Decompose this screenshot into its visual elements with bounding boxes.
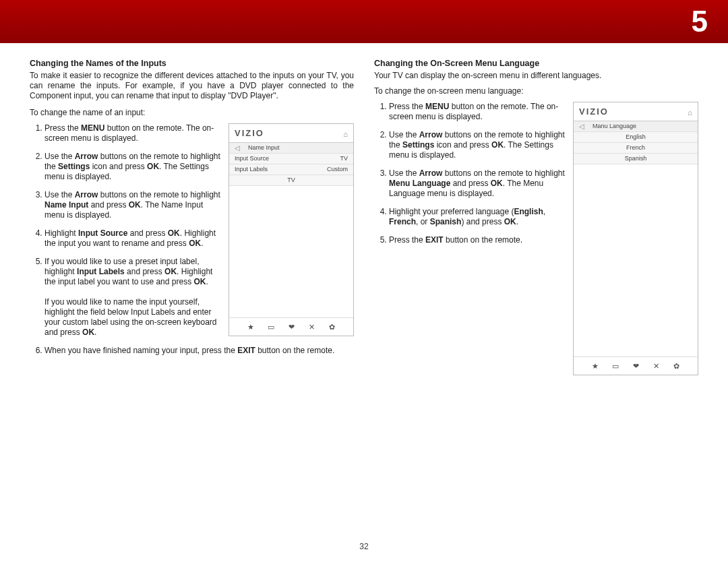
- gear-icon: ✿: [326, 322, 337, 332]
- close-icon: ✕: [650, 361, 661, 371]
- home-icon: ⌂: [688, 108, 692, 117]
- star-icon: ★: [245, 322, 256, 332]
- left-intro: To make it easier to recognize the diffe…: [30, 71, 354, 101]
- panel-title-row: ◁ Name Input: [229, 143, 353, 154]
- panel-row-custom-value: TV: [229, 175, 353, 186]
- back-icon: ◁: [235, 144, 240, 152]
- left-column: Changing the Names of the Inputs To make…: [30, 58, 354, 535]
- left-lead: To change the name of an input:: [30, 108, 354, 118]
- left-step-3: Use the Arrow buttons on the remote to h…: [44, 190, 220, 220]
- panel-row-input-source: Input Source TV: [229, 154, 353, 164]
- panel-footer-icons: ★ ▭ ❤ ✕ ✿: [229, 317, 353, 336]
- right-steps: Press the MENU button on the remote. The…: [374, 102, 565, 245]
- left-steps-continued: When you have finished naming your input…: [30, 346, 354, 364]
- close-icon: ✕: [306, 322, 317, 332]
- panel-option-spanish: Spanish: [574, 154, 698, 164]
- vizio-logo: VIZIO: [579, 106, 609, 118]
- left-text-col: Press the MENU button on the remote. The…: [30, 123, 220, 346]
- left-step-4: Highlight Input Source and press OK. Hig…: [44, 228, 220, 249]
- panel-title-row: ◁ Manu Language: [574, 121, 698, 132]
- cc-icon: ▭: [610, 361, 621, 371]
- left-body-row: Press the MENU button on the remote. The…: [30, 123, 354, 346]
- panel-menu: ◁ Manu Language English French Spanish: [574, 121, 698, 164]
- name-input-panel: VIZIO ⌂ ◁ Name Input Input Source TV Inp…: [229, 123, 354, 336]
- panel-row-input-labels: Input Labels Custom: [229, 164, 353, 175]
- gear-icon: ✿: [671, 361, 681, 371]
- left-step-2: Use the Arrow buttons on the remote to h…: [44, 152, 220, 182]
- panel-option-french: French: [574, 143, 698, 154]
- chapter-number: 5: [692, 2, 708, 40]
- left-step-5: If you would like to use a preset input …: [44, 257, 220, 338]
- vizio-logo: VIZIO: [235, 128, 264, 139]
- right-step-4: Highlight your preferred language (Engli…: [389, 207, 565, 227]
- panel-footer-icons: ★ ▭ ❤ ✕ ✿: [574, 356, 698, 375]
- left-step-1: Press the MENU button on the remote. The…: [44, 123, 220, 144]
- menu-language-panel: VIZIO ⌂ ◁ Manu Language English French S…: [573, 102, 698, 375]
- right-intro: Your TV can display the on-screen menu i…: [374, 71, 698, 81]
- right-column: Changing the On-Screen Menu Language You…: [374, 58, 698, 535]
- right-step-2: Use the Arrow buttons on the remote to h…: [389, 130, 565, 160]
- panel-fill: [229, 186, 353, 317]
- home-icon: ⌂: [343, 129, 348, 139]
- right-body-row: Press the MENU button on the remote. The…: [374, 102, 698, 375]
- content-columns: Changing the Names of the Inputs To make…: [30, 58, 698, 535]
- left-step-6: When you have finished naming your input…: [44, 346, 354, 356]
- chapter-banner: 5: [0, 0, 728, 43]
- panel-fill: [574, 164, 698, 356]
- right-heading: Changing the On-Screen Menu Language: [374, 58, 698, 69]
- page-number: 32: [0, 542, 728, 553]
- right-step-5: Press the EXIT button on the remote.: [389, 235, 565, 245]
- panel-menu: ◁ Name Input Input Source TV Input Label…: [229, 142, 353, 186]
- right-lead: To change the on-screen menu language:: [374, 86, 698, 96]
- cc-icon: ▭: [266, 322, 276, 332]
- panel-header: VIZIO ⌂: [574, 102, 698, 121]
- right-step-3: Use the Arrow buttons on the remote to h…: [389, 168, 565, 199]
- v-icon: ❤: [630, 361, 641, 371]
- left-steps: Press the MENU button on the remote. The…: [30, 123, 220, 338]
- back-icon: ◁: [579, 122, 584, 131]
- star-icon: ★: [590, 361, 601, 371]
- v-icon: ❤: [286, 322, 297, 332]
- panel-option-english: English: [574, 132, 698, 143]
- left-heading: Changing the Names of the Inputs: [30, 58, 354, 69]
- panel-header: VIZIO ⌂: [229, 124, 353, 142]
- right-step-1: Press the MENU button on the remote. The…: [389, 102, 565, 122]
- right-text-col: Press the MENU button on the remote. The…: [374, 102, 565, 375]
